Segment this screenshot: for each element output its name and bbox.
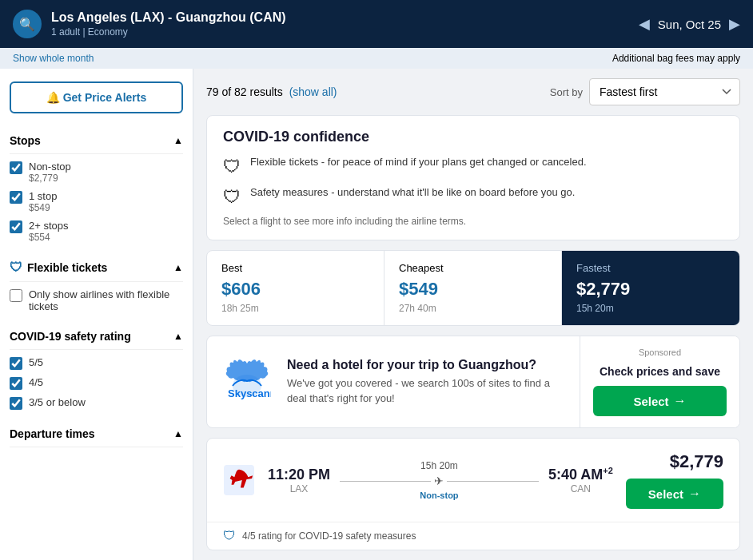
stops-2plus-item[interactable]: 2+ stops $554 (10, 220, 183, 243)
sort-label: Sort by (550, 86, 583, 98)
flight-price-block: $2,779 Select → (626, 451, 723, 509)
safety-measures-icon: 🛡 (223, 187, 241, 208)
covid-safety-chevron-icon: ▲ (173, 331, 183, 342)
skyscanner-sun-icon: Skyscanner (223, 355, 271, 406)
sidebar: 🔔 Get Price Alerts Stops ▲ Non-stop $2,7… (0, 69, 193, 560)
main-layout: 🔔 Get Price Alerts Stops ▲ Non-stop $2,7… (0, 69, 753, 560)
covid-safety-text: Safety measures - understand what it'll … (250, 185, 575, 200)
flight-line-right (447, 481, 538, 482)
flight-select-label: Select (648, 487, 683, 501)
covid-flexible-text: Flexible tickets - for peace of mind if … (250, 155, 587, 169)
flexible-only-item[interactable]: Only show airlines with flexible tickets (10, 288, 183, 312)
price-alert-button[interactable]: 🔔 Get Price Alerts (10, 81, 183, 113)
bag-fees-note: Additional bag fees may apply (612, 53, 740, 64)
stops-1stop-item[interactable]: 1 stop $549 (10, 190, 183, 213)
stops-chevron-icon: ▲ (173, 135, 183, 146)
covid-safety-label: COVID-19 safety rating (10, 330, 131, 343)
stops-2plus-checkbox[interactable] (10, 220, 22, 233)
hotel-cta-text: Check prices and save (600, 365, 720, 378)
header-sub: 1 adult | Economy (51, 26, 286, 38)
flight-line-row: ✈ (340, 475, 539, 487)
flight-card: 11:20 PM LAX 15h 20m ✈ Non-stop (206, 438, 740, 550)
tab-fastest[interactable]: Fastest $2,779 15h 20m (562, 251, 739, 325)
tab-fastest-duration: 15h 20m (576, 303, 725, 314)
next-date-button[interactable]: ▶ (729, 15, 740, 33)
covid-safety-filter: COVID-19 safety rating ▲ 5/5 4/5 3/5 or … (10, 324, 183, 410)
header-left: 🔍 Los Angeles (LAX) - Guangzhou (CAN) 1 … (13, 10, 286, 38)
covid-5-checkbox[interactable] (10, 357, 22, 370)
results-bar: 79 of 82 results (show all) Sort by Fast… (206, 78, 740, 105)
content-area: 79 of 82 results (show all) Sort by Fast… (193, 69, 753, 560)
tab-fastest-label: Fastest (576, 262, 725, 274)
depart-time-block: 11:20 PM LAX (268, 467, 330, 494)
departure-filter-label: Departure times (10, 427, 95, 440)
flight-select-arrow-icon: → (688, 487, 701, 501)
tab-best-amount: $606 (221, 279, 369, 300)
arrive-airport: CAN (548, 483, 613, 494)
hotel-card-right: Sponsored Check prices and save Select → (580, 336, 739, 427)
stops-label: Non-stop (420, 490, 458, 500)
tab-cheapest-amount: $549 (399, 279, 547, 300)
info-bar: Show whole month Additional bag fees may… (0, 48, 753, 69)
flexible-filter: 🛡 Flexible tickets ▲ Only show airlines … (10, 254, 183, 312)
price-tabs: Best $606 18h 25m Cheapest $549 27h 40m … (206, 250, 740, 326)
depart-airport: LAX (268, 483, 330, 494)
search-icon: 🔍 (13, 10, 42, 38)
depart-time: 11:20 PM (268, 467, 330, 483)
prev-date-button[interactable]: ◀ (639, 15, 650, 33)
tab-best-label: Best (221, 262, 369, 274)
hotel-card-left: Skyscanner Need a hotel for your trip to… (207, 336, 580, 427)
covid-5-item[interactable]: 5/5 (10, 356, 183, 370)
hotel-select-arrow-icon: → (674, 394, 687, 408)
hotel-select-button[interactable]: Select → (593, 386, 727, 416)
sponsored-label: Sponsored (639, 348, 681, 357)
tab-best[interactable]: Best $606 18h 25m (207, 251, 384, 325)
show-all-link[interactable]: (show all) (289, 85, 337, 98)
stops-filter-label: Stops (10, 134, 41, 147)
covid-card-title: COVID-19 confidence (223, 129, 723, 145)
tab-cheapest[interactable]: Cheapest $549 27h 40m (384, 251, 562, 325)
stops-filter: Stops ▲ Non-stop $2,779 1 stop $549 (10, 128, 183, 243)
flexible-only-label: Only show airlines with flexible tickets (29, 288, 183, 312)
hotel-sponsored-card: Skyscanner Need a hotel for your trip to… (206, 336, 740, 428)
flight-card-footer: 🛡 4/5 rating for COVID-19 safety measure… (207, 522, 739, 550)
flight-line-left (340, 481, 431, 482)
covid-4-checkbox[interactable] (10, 377, 22, 390)
hotel-card-title: Need a hotel for your trip to Guangzhou? (287, 358, 564, 372)
route-title: Los Angeles (LAX) - Guangzhou (CAN) (51, 10, 286, 25)
covid-card-note: Select a flight to see more info includi… (223, 216, 723, 227)
sort-bar: Sort by Fastest first Best Cheapest Outb… (550, 78, 740, 105)
stops-nonstop-item[interactable]: Non-stop $2,779 (10, 161, 183, 184)
show-whole-month-link[interactable]: Show whole month (13, 53, 94, 64)
date-nav: ◀ Sun, Oct 25 ▶ (639, 15, 740, 33)
departure-filter-header[interactable]: Departure times ▲ (10, 421, 183, 447)
covid-3-checkbox[interactable] (10, 397, 22, 410)
covid-3-item[interactable]: 3/5 or below (10, 396, 183, 410)
covid-confidence-card: COVID-19 confidence 🛡 Flexible tickets -… (206, 115, 740, 240)
stops-filter-header[interactable]: Stops ▲ (10, 128, 183, 154)
stops-2plus-label: 2+ stops $554 (29, 220, 69, 243)
covid-safety-item: 🛡 Safety measures - understand what it'l… (223, 185, 723, 208)
svg-text:Skyscanner: Skyscanner (228, 387, 271, 399)
hotel-card-desc: We've got you covered - we search 100s o… (287, 375, 564, 407)
stops-nonstop-checkbox[interactable] (10, 161, 22, 174)
stops-1stop-checkbox[interactable] (10, 191, 22, 204)
results-count: 79 of 82 results (show all) (206, 85, 337, 98)
tab-fastest-amount: $2,779 (576, 279, 725, 300)
covid-4-item[interactable]: 4/5 (10, 376, 183, 390)
plane-icon: ✈ (434, 475, 444, 487)
flight-select-button[interactable]: Select → (626, 479, 723, 509)
skyscanner-logo: Skyscanner (223, 355, 271, 409)
passengers-label: 1 adult (51, 26, 80, 38)
covid-safety-footer-icon: 🛡 (223, 529, 236, 543)
sort-select[interactable]: Fastest first Best Cheapest Outbound: Ea… (589, 78, 740, 105)
covid-safety-header[interactable]: COVID-19 safety rating ▲ (10, 324, 183, 350)
flexible-filter-header[interactable]: 🛡 Flexible tickets ▲ (10, 254, 183, 282)
tab-cheapest-duration: 27h 40m (399, 303, 547, 314)
flexible-ticket-icon: 🛡 (223, 157, 241, 177)
flight-duration: 15h 20m (420, 460, 458, 471)
covid-5-label: 5/5 (29, 356, 43, 368)
flexible-only-checkbox[interactable] (10, 289, 22, 302)
airline-logo (223, 464, 255, 496)
flexible-chevron-icon: ▲ (173, 262, 183, 273)
